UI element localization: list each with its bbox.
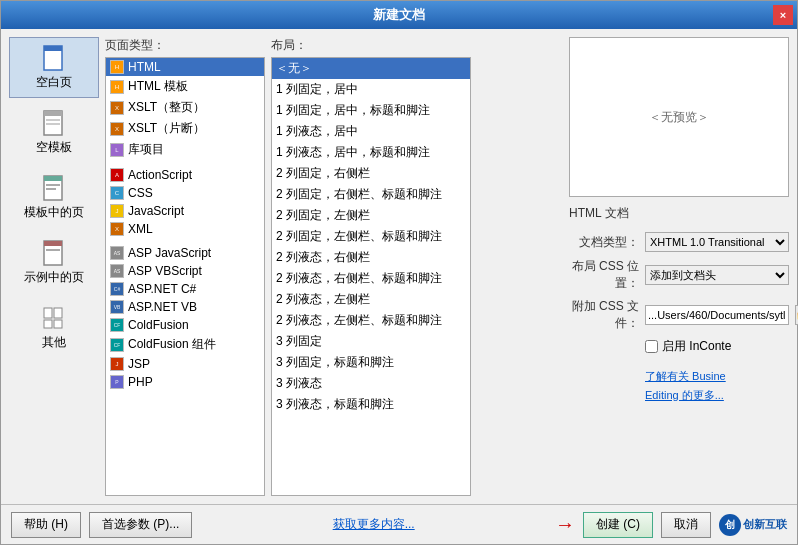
layout-2-fixed-right-hf[interactable]: 2 列固定，右侧栏、标题和脚注 — [272, 184, 470, 205]
link-busine[interactable]: 了解有关 Busine — [645, 369, 789, 384]
left-item-template[interactable]: 空模板 — [9, 102, 99, 163]
pagetype-aspnet-vb-label: ASP.NET VB — [128, 300, 197, 314]
empty-template-icon — [40, 109, 68, 137]
left-item-other[interactable]: 其他 — [9, 297, 99, 358]
pagetype-html-template-label: HTML 模板 — [128, 78, 188, 95]
svg-rect-4 — [46, 119, 60, 121]
layout-css-label: 布局 CSS 位置： — [569, 258, 639, 292]
cancel-button[interactable]: 取消 — [661, 512, 711, 538]
layout-2-liquid-right-hf[interactable]: 2 列液态，右侧栏、标题和脚注 — [272, 268, 470, 289]
cf-component-icon: CF — [110, 338, 124, 352]
middle-area: 页面类型： H HTML H HTML 模板 X XSLT（整页） — [105, 37, 563, 496]
create-button[interactable]: 创建 (C) — [583, 512, 653, 538]
xml-icon: X — [110, 222, 124, 236]
left-item-from-sample[interactable]: 示例中的页 — [9, 232, 99, 293]
doc-type-row: 文档类型： XHTML 1.0 TransitionalXHTML 1.0 St… — [569, 232, 789, 252]
arrow-icon: → — [555, 513, 575, 536]
bottom-right-area: → 创建 (C) 取消 创 创新互联 — [555, 512, 787, 538]
bottom-bar: 帮助 (H) 首选参数 (P)... 获取更多内容... → 创建 (C) 取消… — [1, 504, 797, 544]
attach-css-row: 附加 CSS 文件： 📁 ✕ — [569, 298, 789, 332]
layout-2-fixed-left[interactable]: 2 列固定，左侧栏 — [272, 205, 470, 226]
pagetype-asp-js[interactable]: AS ASP JavaScript — [106, 244, 264, 262]
prefs-button[interactable]: 首选参数 (P)... — [89, 512, 192, 538]
layout-none-label: ＜无＞ — [276, 60, 312, 77]
pagetype-php-label: PHP — [128, 375, 153, 389]
svg-rect-1 — [44, 46, 62, 51]
pagetype-library[interactable]: L 库项目 — [106, 139, 264, 160]
layout-1-liquid-center[interactable]: 1 列液态，居中 — [272, 121, 470, 142]
pagetype-jsp[interactable]: J JSP — [106, 355, 264, 373]
layout-1-fixed-center-hf[interactable]: 1 列固定，居中，标题和脚注 — [272, 100, 470, 121]
svg-rect-7 — [44, 176, 62, 181]
layout-2-liquid-right-label: 2 列液态，右侧栏 — [276, 249, 370, 266]
pagetype-aspnet-vb[interactable]: VB ASP.NET VB — [106, 298, 264, 316]
svg-rect-11 — [44, 241, 62, 246]
pagetype-html-label: HTML — [128, 60, 161, 74]
aspnet-cs-icon: C# — [110, 282, 124, 296]
doc-type-select[interactable]: XHTML 1.0 TransitionalXHTML 1.0 StrictHT… — [645, 232, 789, 252]
php-icon: P — [110, 375, 124, 389]
layout-label: 布局： — [271, 37, 471, 54]
pagetype-aspnet-cs[interactable]: C# ASP.NET C# — [106, 280, 264, 298]
layout-2-liquid-left[interactable]: 2 列液态，左侧栏 — [272, 289, 470, 310]
pagetype-coldfusion[interactable]: CF ColdFusion — [106, 316, 264, 334]
coldfusion-icon: CF — [110, 318, 124, 332]
dialog-body: 空白页 空模板 — [1, 29, 797, 504]
asp-js-icon: AS — [110, 246, 124, 260]
from-sample-icon — [40, 239, 68, 267]
html-type-icon: H — [110, 60, 124, 74]
layout-3-fixed-hf-label: 3 列固定，标题和脚注 — [276, 354, 394, 371]
logo-text: 创新互联 — [743, 517, 787, 532]
layout-3-liquid[interactable]: 3 列液态 — [272, 373, 470, 394]
xslt-frag-icon: X — [110, 122, 124, 136]
layout-panel: 布局： ＜无＞ 1 列固定，居中 1 列固定，居中，标题和脚注 1 列液态，居中 — [271, 37, 471, 496]
layout-listbox[interactable]: ＜无＞ 1 列固定，居中 1 列固定，居中，标题和脚注 1 列液态，居中 1 列… — [271, 57, 471, 496]
inconte-row: 启用 InConte — [569, 338, 789, 355]
layout-1-liquid-center-hf[interactable]: 1 列液态，居中，标题和脚注 — [272, 142, 470, 163]
no-preview-label: ＜无预览＞ — [649, 109, 709, 126]
jsp-icon: J — [110, 357, 124, 371]
layout-2-liquid-left-hf[interactable]: 2 列液态，左侧栏、标题和脚注 — [272, 310, 470, 331]
left-item-blank[interactable]: 空白页 — [9, 37, 99, 98]
pagetype-html[interactable]: H HTML — [106, 58, 264, 76]
attach-css-label: 附加 CSS 文件： — [569, 298, 639, 332]
svg-rect-13 — [44, 308, 52, 318]
layout-none[interactable]: ＜无＞ — [272, 58, 470, 79]
pagetype-xslt-full[interactable]: X XSLT（整页） — [106, 97, 264, 118]
preview-box: ＜无预览＞ — [569, 37, 789, 197]
close-button[interactable]: × — [773, 5, 793, 25]
layout-css-select[interactable]: 添加到文档头 — [645, 265, 789, 285]
layout-3-liquid-hf[interactable]: 3 列液态，标题和脚注 — [272, 394, 470, 415]
svg-rect-14 — [54, 308, 62, 318]
options-area: 文档类型： XHTML 1.0 TransitionalXHTML 1.0 St… — [569, 232, 789, 403]
pagetype-javascript[interactable]: J JavaScript — [106, 202, 264, 220]
pagetype-css[interactable]: C CSS — [106, 184, 264, 202]
layout-3-fixed-hf[interactable]: 3 列固定，标题和脚注 — [272, 352, 470, 373]
xslt-full-icon: X — [110, 101, 124, 115]
pagetype-actionscript[interactable]: A ActionScript — [106, 166, 264, 184]
pagetype-xslt-frag[interactable]: X XSLT（片断） — [106, 118, 264, 139]
link-editing[interactable]: Editing 的更多... — [645, 388, 789, 403]
layout-2-fixed-right-label: 2 列固定，右侧栏 — [276, 165, 370, 182]
left-item-template-label: 空模板 — [36, 139, 72, 156]
page-type-label: 页面类型： — [105, 37, 265, 54]
pagetype-html-template[interactable]: H HTML 模板 — [106, 76, 264, 97]
pagetype-php[interactable]: P PHP — [106, 373, 264, 391]
inconte-checkbox[interactable] — [645, 340, 658, 353]
svg-rect-12 — [46, 249, 60, 251]
pagetype-cf-component[interactable]: CF ColdFusion 组件 — [106, 334, 264, 355]
left-item-from-template-label: 模板中的页 — [24, 204, 84, 221]
get-more-link[interactable]: 获取更多内容... — [333, 516, 415, 533]
page-type-listbox[interactable]: H HTML H HTML 模板 X XSLT（整页） X XSLT（片断） — [105, 57, 265, 496]
svg-rect-16 — [54, 320, 62, 328]
layout-2-fixed-left-hf[interactable]: 2 列固定，左侧栏、标题和脚注 — [272, 226, 470, 247]
left-item-from-template[interactable]: 模板中的页 — [9, 167, 99, 228]
layout-3-fixed[interactable]: 3 列固定 — [272, 331, 470, 352]
layout-2-liquid-right[interactable]: 2 列液态，右侧栏 — [272, 247, 470, 268]
attach-css-input[interactable] — [645, 305, 789, 325]
layout-1-fixed-center[interactable]: 1 列固定，居中 — [272, 79, 470, 100]
pagetype-asp-vbs[interactable]: AS ASP VBScript — [106, 262, 264, 280]
layout-2-fixed-right[interactable]: 2 列固定，右侧栏 — [272, 163, 470, 184]
pagetype-xml[interactable]: X XML — [106, 220, 264, 238]
help-button[interactable]: 帮助 (H) — [11, 512, 81, 538]
